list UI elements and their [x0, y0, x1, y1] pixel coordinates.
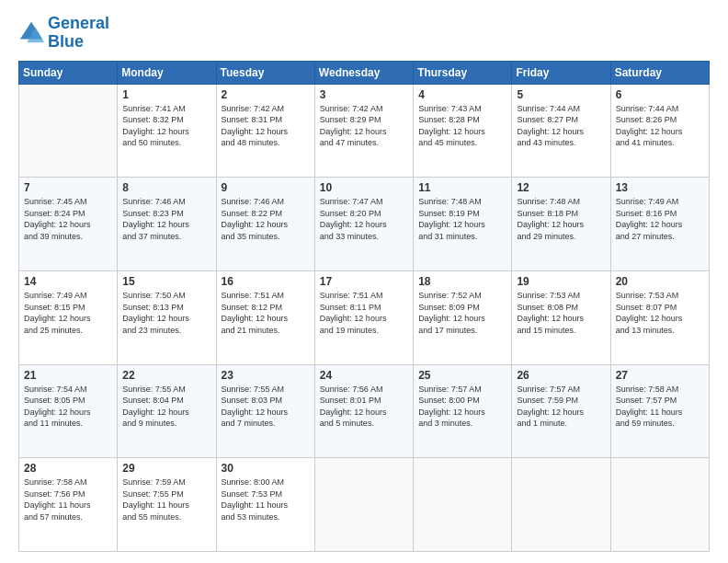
cell-text: Sunrise: 8:00 AM Sunset: 7:53 PM Dayligh… — [222, 477, 310, 523]
day-number: 7 — [24, 181, 112, 194]
day-number: 2 — [222, 88, 310, 101]
day-number: 13 — [616, 181, 704, 194]
logo-text: General Blue — [48, 15, 109, 52]
calendar-cell: 17Sunrise: 7:51 AM Sunset: 8:11 PM Dayli… — [314, 270, 413, 364]
cell-text: Sunrise: 7:55 AM Sunset: 8:03 PM Dayligh… — [222, 384, 310, 430]
cell-text: Sunrise: 7:46 AM Sunset: 8:23 PM Dayligh… — [122, 196, 210, 242]
day-number: 10 — [320, 181, 408, 194]
calendar-cell: 24Sunrise: 7:56 AM Sunset: 8:01 PM Dayli… — [314, 364, 413, 458]
calendar-cell: 16Sunrise: 7:51 AM Sunset: 8:12 PM Dayli… — [216, 270, 314, 364]
cell-text: Sunrise: 7:56 AM Sunset: 8:01 PM Dayligh… — [320, 384, 408, 430]
day-number: 29 — [122, 462, 210, 475]
cell-text: Sunrise: 7:46 AM Sunset: 8:22 PM Dayligh… — [222, 196, 310, 242]
day-number: 17 — [320, 275, 408, 288]
calendar-table: SundayMondayTuesdayWednesdayThursdayFrid… — [18, 61, 710, 552]
cell-text: Sunrise: 7:59 AM Sunset: 7:55 PM Dayligh… — [122, 477, 210, 523]
calendar-cell: 10Sunrise: 7:47 AM Sunset: 8:20 PM Dayli… — [314, 178, 413, 271]
weekday-thursday: Thursday — [414, 61, 512, 84]
day-number: 19 — [517, 275, 605, 288]
day-number: 18 — [418, 275, 506, 288]
calendar-cell: 3Sunrise: 7:42 AM Sunset: 8:29 PM Daylig… — [314, 84, 413, 178]
cell-text: Sunrise: 7:47 AM Sunset: 8:20 PM Dayligh… — [320, 196, 408, 242]
calendar-cell: 13Sunrise: 7:49 AM Sunset: 8:16 PM Dayli… — [610, 178, 709, 271]
calendar-cell — [414, 458, 512, 552]
calendar-cell: 22Sunrise: 7:55 AM Sunset: 8:04 PM Dayli… — [118, 364, 216, 458]
calendar-cell: 20Sunrise: 7:53 AM Sunset: 8:07 PM Dayli… — [610, 270, 709, 364]
calendar-cell: 18Sunrise: 7:52 AM Sunset: 8:09 PM Dayli… — [414, 270, 512, 364]
cell-text: Sunrise: 7:49 AM Sunset: 8:16 PM Dayligh… — [616, 196, 704, 242]
cell-text: Sunrise: 7:51 AM Sunset: 8:12 PM Dayligh… — [222, 290, 310, 336]
calendar-row: 1Sunrise: 7:41 AM Sunset: 8:32 PM Daylig… — [19, 84, 710, 178]
calendar-cell: 25Sunrise: 7:57 AM Sunset: 8:00 PM Dayli… — [414, 364, 512, 458]
day-number: 1 — [122, 88, 210, 101]
cell-text: Sunrise: 7:43 AM Sunset: 8:28 PM Dayligh… — [418, 103, 506, 149]
calendar-row: 21Sunrise: 7:54 AM Sunset: 8:05 PM Dayli… — [19, 364, 710, 458]
logo: General Blue — [18, 15, 109, 52]
day-number: 9 — [222, 181, 310, 194]
day-number: 12 — [517, 181, 605, 194]
calendar-cell: 26Sunrise: 7:57 AM Sunset: 7:59 PM Dayli… — [512, 364, 610, 458]
page: General Blue SundayMondayTuesdayWednesda… — [0, 0, 728, 563]
day-number: 15 — [122, 275, 210, 288]
calendar-cell: 2Sunrise: 7:42 AM Sunset: 8:31 PM Daylig… — [216, 84, 314, 178]
weekday-monday: Monday — [118, 61, 216, 84]
day-number: 28 — [24, 462, 112, 475]
day-number: 16 — [222, 275, 310, 288]
cell-text: Sunrise: 7:41 AM Sunset: 8:32 PM Dayligh… — [122, 103, 210, 149]
calendar-cell: 21Sunrise: 7:54 AM Sunset: 8:05 PM Dayli… — [19, 364, 118, 458]
calendar-cell — [314, 458, 413, 552]
cell-text: Sunrise: 7:50 AM Sunset: 8:13 PM Dayligh… — [122, 290, 210, 336]
calendar-cell — [610, 458, 709, 552]
calendar-cell: 12Sunrise: 7:48 AM Sunset: 8:18 PM Dayli… — [512, 178, 610, 271]
calendar-cell: 14Sunrise: 7:49 AM Sunset: 8:15 PM Dayli… — [19, 270, 118, 364]
cell-text: Sunrise: 7:54 AM Sunset: 8:05 PM Dayligh… — [24, 384, 112, 430]
cell-text: Sunrise: 7:44 AM Sunset: 8:26 PM Dayligh… — [616, 103, 704, 149]
cell-text: Sunrise: 7:45 AM Sunset: 8:24 PM Dayligh… — [24, 196, 112, 242]
calendar-cell: 5Sunrise: 7:44 AM Sunset: 8:27 PM Daylig… — [512, 84, 610, 178]
calendar-cell: 19Sunrise: 7:53 AM Sunset: 8:08 PM Dayli… — [512, 270, 610, 364]
calendar-row: 14Sunrise: 7:49 AM Sunset: 8:15 PM Dayli… — [19, 270, 710, 364]
logo-icon — [18, 20, 44, 46]
day-number: 26 — [517, 369, 605, 382]
cell-text: Sunrise: 7:57 AM Sunset: 8:00 PM Dayligh… — [418, 384, 506, 430]
calendar-row: 7Sunrise: 7:45 AM Sunset: 8:24 PM Daylig… — [19, 178, 710, 271]
day-number: 6 — [616, 88, 704, 101]
weekday-wednesday: Wednesday — [314, 61, 413, 84]
weekday-friday: Friday — [512, 61, 610, 84]
weekday-header-row: SundayMondayTuesdayWednesdayThursdayFrid… — [19, 61, 710, 84]
cell-text: Sunrise: 7:44 AM Sunset: 8:27 PM Dayligh… — [517, 103, 605, 149]
calendar-cell: 23Sunrise: 7:55 AM Sunset: 8:03 PM Dayli… — [216, 364, 314, 458]
day-number: 30 — [222, 462, 310, 475]
weekday-saturday: Saturday — [610, 61, 709, 84]
day-number: 4 — [418, 88, 506, 101]
day-number: 3 — [320, 88, 408, 101]
weekday-tuesday: Tuesday — [216, 61, 314, 84]
calendar-cell: 9Sunrise: 7:46 AM Sunset: 8:22 PM Daylig… — [216, 178, 314, 271]
cell-text: Sunrise: 7:51 AM Sunset: 8:11 PM Dayligh… — [320, 290, 408, 336]
cell-text: Sunrise: 7:57 AM Sunset: 7:59 PM Dayligh… — [517, 384, 605, 430]
cell-text: Sunrise: 7:49 AM Sunset: 8:15 PM Dayligh… — [24, 290, 112, 336]
calendar-cell: 11Sunrise: 7:48 AM Sunset: 8:19 PM Dayli… — [414, 178, 512, 271]
day-number: 11 — [418, 181, 506, 194]
calendar-cell: 4Sunrise: 7:43 AM Sunset: 8:28 PM Daylig… — [414, 84, 512, 178]
cell-text: Sunrise: 7:58 AM Sunset: 7:56 PM Dayligh… — [24, 477, 112, 523]
day-number: 27 — [616, 369, 704, 382]
cell-text: Sunrise: 7:53 AM Sunset: 8:07 PM Dayligh… — [616, 290, 704, 336]
calendar-cell: 7Sunrise: 7:45 AM Sunset: 8:24 PM Daylig… — [19, 178, 118, 271]
calendar-cell — [19, 84, 118, 178]
cell-text: Sunrise: 7:53 AM Sunset: 8:08 PM Dayligh… — [517, 290, 605, 336]
cell-text: Sunrise: 7:58 AM Sunset: 7:57 PM Dayligh… — [616, 384, 704, 430]
calendar-cell: 8Sunrise: 7:46 AM Sunset: 8:23 PM Daylig… — [118, 178, 216, 271]
day-number: 22 — [122, 369, 210, 382]
cell-text: Sunrise: 7:42 AM Sunset: 8:31 PM Dayligh… — [222, 103, 310, 149]
cell-text: Sunrise: 7:42 AM Sunset: 8:29 PM Dayligh… — [320, 103, 408, 149]
day-number: 23 — [222, 369, 310, 382]
calendar-cell: 6Sunrise: 7:44 AM Sunset: 8:26 PM Daylig… — [610, 84, 709, 178]
calendar-cell: 29Sunrise: 7:59 AM Sunset: 7:55 PM Dayli… — [118, 458, 216, 552]
day-number: 20 — [616, 275, 704, 288]
cell-text: Sunrise: 7:52 AM Sunset: 8:09 PM Dayligh… — [418, 290, 506, 336]
day-number: 14 — [24, 275, 112, 288]
calendar-cell — [512, 458, 610, 552]
day-number: 5 — [517, 88, 605, 101]
cell-text: Sunrise: 7:48 AM Sunset: 8:19 PM Dayligh… — [418, 196, 506, 242]
